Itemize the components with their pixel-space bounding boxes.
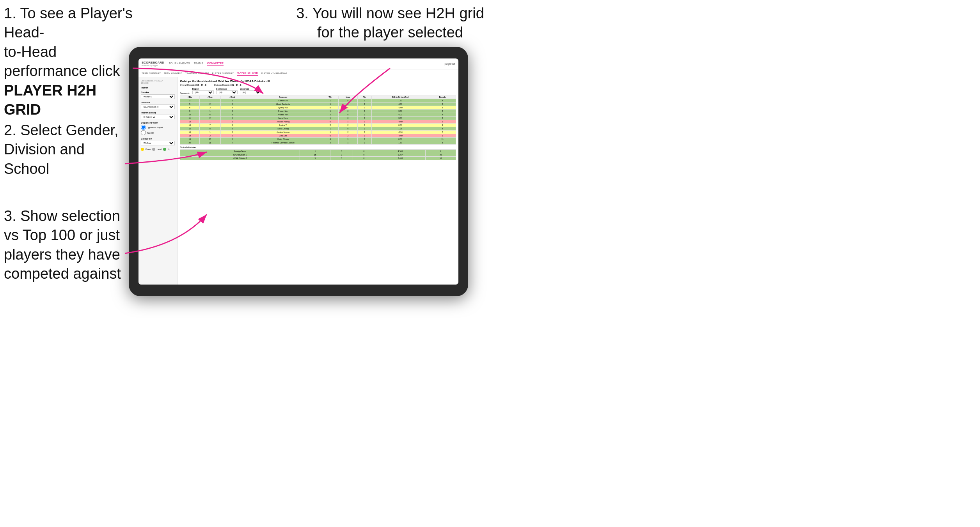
dot-down <box>141 148 144 151</box>
overall-record-label: Overall Record: 353 - 34 - 6 <box>180 84 206 86</box>
data-area: Katelyn Vo Head-to-Head Grid for Women's… <box>178 77 458 285</box>
instruction-3-bottom: 3. Show selection vs Top 100 or just pla… <box>4 207 125 284</box>
instruction-3-top: 3. You will now see H2H grid for the pla… <box>293 4 488 42</box>
subnav: TEAM SUMMARY TEAM H2H GRID TEAM H2H HEAT… <box>138 69 458 77</box>
tablet-screen: SCOREBOARD Powered by clippd TOURNAMENTS… <box>138 58 458 285</box>
conference-label: Conference <box>216 88 238 90</box>
instruction-1: 1. To see a Player's Head- to-Head perfo… <box>4 4 137 119</box>
tablet-frame: SCOREBOARD Powered by clippd TOURNAMENTS… <box>129 47 468 296</box>
table-row: 15 8 5 Stella Cheng 1 0 0 1.25 4 <box>180 127 456 131</box>
player-rank-select[interactable]: 8. Katelyn Vo <box>141 115 175 119</box>
th-win: Win <box>322 96 339 99</box>
opponent-label: Opponent <box>240 88 261 90</box>
table-row: 19 10 6 Emily Chang 4 1 0 0.30 11 <box>180 138 456 141</box>
nav-committee[interactable]: COMMITTEE <box>207 61 224 66</box>
colour-legend: Down Level Up <box>141 148 175 151</box>
radio-group: Opponents Played Top 100 <box>141 125 175 135</box>
table-row: 20 11 7 Federica Domecq Lacroze 2 1 0 1.… <box>180 141 456 145</box>
sidebar-division: Division NCAA Division III <box>141 101 175 109</box>
subnav-team-h2h[interactable]: TEAM H2H GRID <box>164 71 182 75</box>
subnav-team-heatmap[interactable]: TEAM H2H HEATMAP <box>185 71 209 75</box>
out-of-div-title: Out of division <box>180 146 456 149</box>
h2h-title: Katelyn Vo Head-to-Head Grid for Women's… <box>180 80 456 83</box>
th-diff: Diff Av Strokes/Rnd <box>371 96 429 99</box>
th-tie: Tie <box>357 96 371 99</box>
ood-row: NCAA Division 2 5 0 0 7.400 10 <box>180 157 456 160</box>
legend-level: Level <box>157 148 162 150</box>
radio-opponents[interactable]: Opponents Played <box>141 125 175 130</box>
th-conf: # Conf <box>221 96 244 99</box>
th-loss: Loss <box>338 96 357 99</box>
out-of-div-table: Foreign Team 1 0 0 4.500 2 NAIA Division… <box>180 149 456 160</box>
logo-text: SCOREBOARD <box>142 61 164 64</box>
table-header-row: # Div # Reg # Conf Opponent Win Loss Tie… <box>180 96 456 99</box>
gender-select[interactable]: Women's <box>141 94 175 99</box>
region-filter: Region (All) <box>192 88 214 94</box>
subnav-player-h2h[interactable]: PLAYER H2H GRID <box>237 71 258 76</box>
division-record-label: Division Record: 331 - 34 - 6 <box>214 84 241 86</box>
subnav-team-summary[interactable]: TEAM SUMMARY <box>142 71 161 75</box>
nav-items: TOURNAMENTS TEAMS COMMITTEE <box>169 61 224 66</box>
sidebar-player-section: Player <box>141 87 175 89</box>
gender-label: Gender <box>141 91 175 94</box>
logo-area: SCOREBOARD Powered by clippd <box>142 61 164 67</box>
nav-teams[interactable]: TEAMS <box>194 61 203 66</box>
table-row: 9 1 4 Sharon Mun 1 0 0 3.67 3 <box>180 110 456 113</box>
sidebar-colour-by: Colour by Win/loss <box>141 138 175 145</box>
player-rank-label: Player (Rank) <box>141 111 175 114</box>
sidebar: Last Updated: 27/03/2024 16:55:38 Player… <box>138 77 178 285</box>
filters-row: Opponents: Region (All) Conference (All)… <box>180 88 456 94</box>
player-label: Player <box>141 87 175 89</box>
legend-up: Up <box>168 148 170 150</box>
last-updated: Last Updated: 27/03/2024 16:55:38 <box>141 80 175 84</box>
division-select[interactable]: NCAA Division III <box>141 104 175 109</box>
sidebar-gender: Gender Women's <box>141 91 175 99</box>
th-opponent: Opponent <box>244 96 322 99</box>
division-label: Division <box>141 101 175 104</box>
table-row: 14 7 4 Eunice Yi 2 2 0 0.38 9 <box>180 124 456 127</box>
h2h-records: Overall Record: 353 - 34 - 6 Division Re… <box>180 84 456 86</box>
opponent-select[interactable]: (All) <box>240 90 261 94</box>
nav-tournaments[interactable]: TOURNAMENTS <box>169 61 190 66</box>
radio-top100[interactable]: Top 100 <box>141 130 175 135</box>
th-reg: # Reg <box>199 96 220 99</box>
opponents-filter-label: Opponents: <box>180 92 190 94</box>
table-row: 10 6 3 Andrea York 2 0 0 4.00 4 <box>180 113 456 117</box>
ood-row: NAIA Division 1 15 0 0 9.267 30 <box>180 153 456 157</box>
h2h-table: # Div # Reg # Conf Opponent Win Loss Tie… <box>180 95 456 145</box>
subnav-player-summary[interactable]: PLAYER SUMMARY <box>212 71 233 75</box>
table-row: 6 3 3 Sydney Kuo 0 1 0 -1.00 3 <box>180 106 456 110</box>
table-row: 13 1 1 Jessica Huang 0 1 0 -3.00 2 <box>180 120 456 124</box>
sidebar-opponent-view: Opponent view Opponents Played Top 100 <box>141 122 175 135</box>
opponent-view-label: Opponent view <box>141 122 175 124</box>
opponent-filter: Opponent (All) <box>240 88 261 94</box>
dot-up <box>163 148 166 151</box>
region-select[interactable]: (All) <box>192 90 214 94</box>
navbar: SCOREBOARD Powered by clippd TOURNAMENTS… <box>138 58 458 69</box>
region-label: Region <box>192 88 214 90</box>
table-row: 18 2 2 Euna Lee 0 2 0 -5.00 2 <box>180 134 456 138</box>
colour-by-label: Colour by <box>141 138 175 140</box>
sign-out[interactable]: | Sign out <box>444 62 455 65</box>
main-content: Last Updated: 27/03/2024 16:55:38 Player… <box>138 77 458 285</box>
sidebar-player-rank: Player (Rank) 8. Katelyn Vo <box>141 111 175 119</box>
subnav-player-heatmap[interactable]: PLAYER H2H HEATMAP <box>261 71 287 75</box>
table-row: 16 1 3 Jessica Mason 1 2 0 -0.94 7 <box>180 131 456 134</box>
conference-select[interactable]: (All) <box>216 90 238 94</box>
colour-by-select[interactable]: Win/loss <box>141 141 175 145</box>
th-div: # Div <box>180 96 200 99</box>
th-rounds: Rounds <box>429 96 456 99</box>
ood-row: Foreign Team 1 0 0 4.500 2 <box>180 150 456 153</box>
table-row: 5 2 2 Alexis Sudjianto 1 0 0 4.00 3 <box>180 103 456 106</box>
dot-level <box>152 148 155 151</box>
conference-filter: Conference (All) <box>216 88 238 94</box>
instruction-2: 2. Select Gender, Division and School <box>4 121 125 179</box>
table-row: 11 2 5 Heejo Hyun 1 0 0 3.33 3 <box>180 117 456 120</box>
table-row: 3 1 1 Esther Lee 1 0 0 1.50 4 <box>180 99 456 103</box>
logo-sub: Powered by clippd <box>142 64 164 67</box>
legend-down: Down <box>146 148 151 150</box>
